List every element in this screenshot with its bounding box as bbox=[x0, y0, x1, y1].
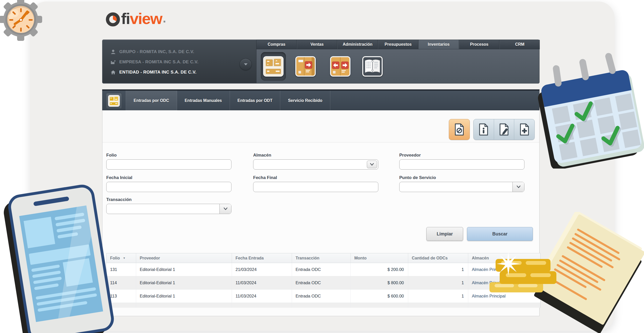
folio-input[interactable] bbox=[106, 159, 231, 170]
entity-panel: GRUPO - ROMITA INC, S.A. DE C.V. EMPRESA… bbox=[103, 40, 256, 83]
fecha-inicial-label: Fecha Inicial bbox=[106, 175, 132, 180]
entity-grupo-label: GRUPO - ROMITA INC, S.A. DE C.V. bbox=[119, 49, 194, 54]
inventory-boxes-icon bbox=[263, 56, 284, 77]
column-header-almacen[interactable]: Almacén bbox=[468, 253, 540, 263]
main-nav-tabs: Compras Ventas Administración Presupuest… bbox=[256, 40, 540, 49]
subtab-entradas-por-odc[interactable]: Entradas por ODC bbox=[126, 91, 177, 110]
tab-presupuestos[interactable]: Presupuestos bbox=[378, 40, 418, 49]
logo-o-icon bbox=[105, 10, 121, 27]
punto-servicio-label: Punto de Servicio bbox=[399, 175, 436, 180]
entity-row-grupo: GRUPO - ROMITA INC, S.A. DE C.V. bbox=[110, 49, 194, 55]
fecha-inicial-input[interactable] bbox=[106, 182, 231, 192]
logo-text-dark: fi bbox=[121, 9, 130, 28]
logo-text-accent: view bbox=[130, 9, 162, 28]
logo-mark: . bbox=[163, 11, 166, 25]
boxes-mini-icon bbox=[108, 95, 120, 107]
table-body: 131 Editorial-Editorial 1 21/03/2024 Ent… bbox=[107, 263, 540, 308]
almacen-label: Almacén bbox=[253, 153, 271, 158]
entity-empresa-label: EMPRESA - ROMITA INC S.A. DE C.V. bbox=[119, 60, 198, 65]
column-header-folio[interactable]: Folio ▼ bbox=[107, 253, 136, 263]
tab-procesos[interactable]: Procesos bbox=[459, 40, 500, 49]
edit-document-button[interactable] bbox=[494, 119, 514, 140]
chevron-down-icon[interactable] bbox=[219, 204, 231, 214]
column-header-transaccion[interactable]: Transacción bbox=[292, 253, 350, 263]
module-inventario-button[interactable] bbox=[261, 52, 286, 81]
table-row[interactable]: 114 Editorial-Editorial 1 11/03/2024 Ent… bbox=[107, 276, 540, 290]
screenshot-canvas: fi view . GRUPO - ROMITA INC, S.A. DE C.… bbox=[0, 0, 644, 333]
subtabs: Entradas por ODC Entradas Manuales Entra… bbox=[126, 91, 330, 110]
box-transfer-icon bbox=[330, 56, 350, 77]
column-header-monto[interactable]: Monto bbox=[350, 253, 408, 263]
record-toolbar bbox=[102, 110, 539, 142]
chevron-down-icon bbox=[244, 63, 248, 65]
document-info-icon bbox=[478, 123, 489, 136]
tab-ventas[interactable]: Ventas bbox=[297, 40, 337, 49]
punto-servicio-select[interactable] bbox=[399, 182, 524, 192]
tab-inventarios[interactable]: Inventarios bbox=[418, 40, 459, 49]
module-entradas-button[interactable] bbox=[293, 52, 318, 81]
module-icon-bar bbox=[256, 49, 539, 83]
entity-entidad-label: ENTIDAD - ROMITA INC S.A. DE C.V. bbox=[119, 70, 196, 75]
fecha-final-label: Fecha Final bbox=[253, 175, 277, 180]
person-icon bbox=[110, 49, 116, 55]
building-icon bbox=[110, 69, 116, 75]
buscar-button[interactable]: Buscar bbox=[467, 227, 533, 241]
document-actions-group bbox=[473, 119, 535, 140]
transaccion-select[interactable] bbox=[106, 204, 231, 214]
module-traspasos-button[interactable] bbox=[328, 52, 353, 81]
limpiar-button[interactable]: Limpiar bbox=[426, 227, 463, 241]
almacen-select[interactable] bbox=[253, 159, 378, 170]
table-row[interactable]: 113 Editorial-Editorial 1 11/03/2024 Ent… bbox=[107, 290, 540, 303]
column-header-proveedor[interactable]: Proveedor bbox=[136, 253, 232, 263]
table-row[interactable]: 84 Editorial-Editorial 1 29/04/2023 Entr… bbox=[107, 303, 540, 308]
document-add-icon bbox=[519, 123, 530, 136]
folio-label: Folio bbox=[106, 153, 117, 158]
module-kardex-button[interactable] bbox=[360, 52, 385, 81]
entity-row-empresa: EMPRESA - ROMITA INC S.A. DE C.V. bbox=[110, 59, 198, 65]
column-header-fecha-entrada[interactable]: Fecha Entrada bbox=[232, 253, 292, 263]
results-table: Folio ▼ Proveedor Fecha Entrada Transacc… bbox=[106, 253, 541, 308]
tab-administracion[interactable]: Administración bbox=[337, 40, 378, 49]
cancel-document-button[interactable] bbox=[449, 119, 470, 140]
factory-icon bbox=[110, 59, 116, 65]
table-row[interactable]: 131 Editorial-Editorial 1 21/03/2024 Ent… bbox=[107, 263, 540, 276]
fecha-final-input[interactable] bbox=[253, 182, 378, 192]
transaccion-label: Transacción bbox=[106, 197, 132, 202]
ofiview-logo: fi view . bbox=[105, 9, 166, 28]
column-header-cantidad-odcs[interactable]: Cantidad de ODCs bbox=[408, 253, 468, 263]
sort-desc-icon: ▼ bbox=[123, 257, 125, 259]
document-edit-icon bbox=[499, 123, 509, 136]
entradas-home-button[interactable] bbox=[106, 93, 122, 109]
subtab-entradas-manuales[interactable]: Entradas Manuales bbox=[177, 91, 230, 110]
proveedor-label: Proveedor bbox=[399, 153, 421, 158]
box-entry-icon bbox=[295, 56, 316, 77]
subtab-servicio-recibido[interactable]: Servicio Recibido bbox=[280, 91, 330, 110]
content-panel: Folio Almacén Proveedor Fecha Inicial Fe… bbox=[102, 110, 540, 316]
chevron-down-icon[interactable] bbox=[512, 182, 524, 192]
main-header: GRUPO - ROMITA INC, S.A. DE C.V. EMPRESA… bbox=[102, 40, 540, 84]
subtab-entradas-por-odt[interactable]: Entradas por ODT bbox=[230, 91, 280, 110]
kardex-book-icon bbox=[362, 56, 383, 77]
subtab-bar: Entradas por ODC Entradas Manuales Entra… bbox=[102, 89, 540, 110]
info-document-button[interactable] bbox=[474, 119, 494, 140]
tab-crm[interactable]: CRM bbox=[499, 40, 540, 49]
document-cancel-icon bbox=[454, 123, 464, 136]
table-header-row: Folio ▼ Proveedor Fecha Entrada Transacc… bbox=[107, 253, 540, 263]
chevron-down-icon[interactable] bbox=[367, 161, 377, 168]
entity-row-entidad: ENTIDAD - ROMITA INC S.A. DE C.V. bbox=[110, 69, 196, 76]
add-document-button[interactable] bbox=[514, 119, 534, 140]
tab-compras[interactable]: Compras bbox=[256, 40, 297, 49]
proveedor-input[interactable] bbox=[399, 159, 524, 170]
entity-dropdown-button[interactable] bbox=[240, 58, 252, 70]
